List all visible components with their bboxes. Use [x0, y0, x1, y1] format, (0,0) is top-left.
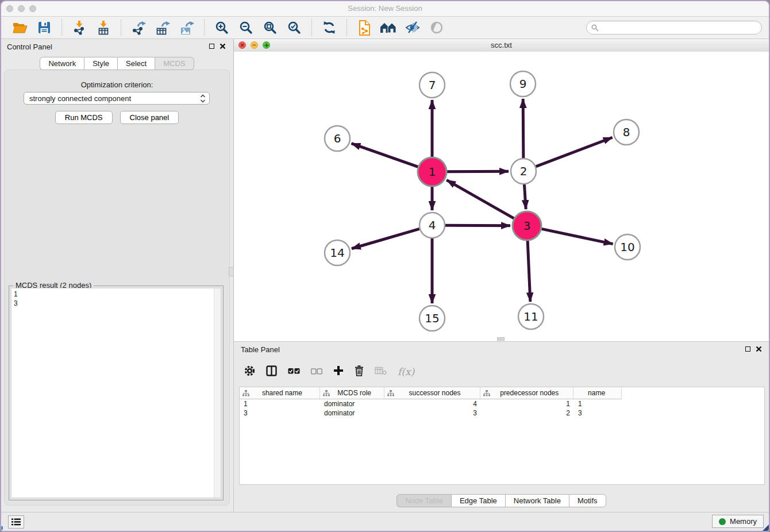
dropdown-stepper-icon — [200, 94, 206, 103]
refresh-icon[interactable] — [320, 18, 338, 37]
column-header-MCDS-role[interactable]: MCDS role — [320, 387, 384, 399]
tab-node-table[interactable]: Node Table — [396, 494, 451, 507]
result-line: 3 — [14, 299, 218, 308]
mcds-panel: Optimization criterion: strongly connect… — [4, 70, 230, 506]
mcds-result-text[interactable]: 13 — [11, 288, 221, 498]
table-cell[interactable]: 3 — [240, 409, 320, 417]
graph-node-10[interactable]: 10 — [615, 234, 640, 260]
run-mcds-button[interactable]: Run MCDS — [55, 111, 113, 124]
zoom-fit-icon[interactable] — [261, 18, 279, 37]
tab-mcds[interactable]: MCDS — [155, 57, 194, 70]
hide-panel-eye-icon[interactable] — [403, 18, 422, 37]
graph-edge-3-1[interactable] — [446, 180, 514, 218]
graph-edge-4-3[interactable] — [445, 225, 510, 226]
float-panel-icon[interactable] — [209, 44, 214, 49]
optimization-criterion-label: Optimization criterion: — [5, 80, 229, 89]
tab-motifs[interactable]: Motifs — [569, 494, 606, 507]
table-cell[interactable]: 1 — [481, 400, 574, 408]
column-header-shared-name[interactable]: shared name — [240, 387, 320, 399]
tab-network-table[interactable]: Network Table — [505, 494, 569, 507]
open-session-icon[interactable] — [11, 18, 29, 37]
table-row[interactable]: 1dominator411 — [240, 399, 764, 408]
import-table-icon[interactable] — [94, 18, 113, 37]
column-header-name[interactable]: name — [573, 387, 621, 399]
graph-edge-2-3[interactable] — [524, 184, 526, 209]
network-graph[interactable]: 7968124314101511 — [234, 52, 769, 341]
export-image-icon[interactable] — [178, 18, 196, 37]
table-options-gear-icon[interactable] — [244, 365, 255, 379]
close-table-panel-icon[interactable] — [756, 346, 762, 352]
table-cell[interactable]: 1 — [240, 400, 320, 408]
graph-edge-1-2[interactable] — [447, 171, 509, 172]
graph-edge-3-11[interactable] — [528, 241, 530, 302]
search-box[interactable] — [586, 21, 762, 34]
table-row[interactable]: 3dominator323 — [240, 408, 764, 418]
select-all-columns-icon[interactable] — [288, 367, 300, 377]
graph-node-11[interactable]: 11 — [518, 304, 544, 329]
graph-edge-2-8[interactable] — [536, 137, 613, 167]
table-cell[interactable]: 3 — [384, 409, 481, 417]
tab-select[interactable]: Select — [117, 57, 155, 70]
close-panel-button[interactable]: Close panel — [120, 111, 179, 124]
graph-edge-3-10[interactable] — [541, 229, 613, 244]
table-cell[interactable]: dominator — [320, 409, 384, 417]
graph-node-8[interactable]: 8 — [614, 119, 639, 145]
zoom-in-icon[interactable] — [213, 18, 231, 37]
graph-node-14[interactable]: 14 — [325, 240, 350, 265]
graph-node-6[interactable]: 6 — [325, 126, 350, 151]
graph-edge-4-14[interactable] — [352, 229, 419, 248]
column-header-successor-nodes[interactable]: successor nodes — [384, 387, 481, 399]
export-table-icon[interactable] — [153, 18, 172, 37]
column-browser-icon[interactable] — [266, 365, 277, 379]
toolbar-separator — [346, 20, 347, 36]
clone-network-icon[interactable] — [355, 18, 374, 37]
criterion-dropdown[interactable]: strongly connected component — [24, 92, 210, 105]
float-table-panel-icon[interactable] — [745, 346, 750, 352]
column-header-predecessor-nodes[interactable]: predecessor nodes — [480, 387, 573, 399]
tab-network[interactable]: Network — [40, 57, 84, 70]
graph-node-1[interactable]: 1 — [418, 157, 446, 186]
export-network-icon[interactable] — [129, 18, 148, 37]
table-cell[interactable]: 1 — [574, 400, 622, 408]
table-cell[interactable]: 4 — [384, 400, 481, 408]
horizontal-splitter-handle[interactable] — [497, 337, 505, 341]
graph-node-3[interactable]: 3 — [513, 211, 541, 240]
network-zoom-icon[interactable] — [263, 41, 270, 49]
network-close-icon[interactable] — [238, 41, 246, 49]
graph-edge-1-6[interactable] — [352, 144, 418, 167]
deselect-all-columns-icon[interactable] — [311, 367, 322, 377]
table-cell[interactable]: 2 — [481, 409, 574, 417]
save-session-icon[interactable] — [35, 18, 53, 37]
graph-node-9[interactable]: 9 — [510, 71, 536, 97]
tab-edge-table[interactable]: Edge Table — [451, 494, 505, 507]
network-window-titlebar[interactable]: scc.txt — [234, 39, 769, 52]
search-input[interactable] — [599, 23, 757, 32]
window-zoom-icon[interactable] — [29, 5, 36, 12]
close-panel-icon[interactable] — [220, 43, 226, 49]
network-minimize-icon[interactable] — [251, 41, 258, 49]
table-panel-title: Table Panel — [241, 345, 280, 354]
table-cell[interactable]: 3 — [574, 409, 622, 417]
task-history-button[interactable] — [8, 515, 24, 529]
zoom-selected-icon[interactable] — [285, 18, 303, 37]
table-cell[interactable]: dominator — [320, 400, 384, 408]
resize-grip[interactable] — [763, 525, 769, 531]
first-neighbors-icon[interactable] — [379, 18, 398, 37]
graph-node-15[interactable]: 15 — [419, 306, 445, 331]
graph-node-4[interactable]: 4 — [419, 213, 445, 238]
delete-column-icon[interactable] — [355, 365, 364, 379]
network-canvas[interactable]: 7968124314101511 — [234, 52, 769, 341]
graph-node-7[interactable]: 7 — [419, 72, 445, 98]
add-column-icon[interactable] — [333, 365, 344, 378]
graph-node-2[interactable]: 2 — [511, 159, 536, 184]
window-minimize-icon[interactable] — [18, 5, 25, 12]
memory-button[interactable]: Memory — [712, 515, 764, 528]
window-close-icon[interactable] — [6, 5, 13, 12]
vertical-splitter-handle[interactable] — [229, 267, 234, 276]
node-table[interactable]: shared nameMCDS rolesuccessor nodesprede… — [239, 387, 765, 485]
zoom-out-icon[interactable] — [237, 18, 255, 37]
tab-style[interactable]: Style — [84, 57, 117, 70]
import-network-icon[interactable] — [70, 18, 88, 37]
result-scrollbar[interactable] — [214, 288, 221, 498]
graph-edge-2-9[interactable] — [523, 99, 523, 158]
